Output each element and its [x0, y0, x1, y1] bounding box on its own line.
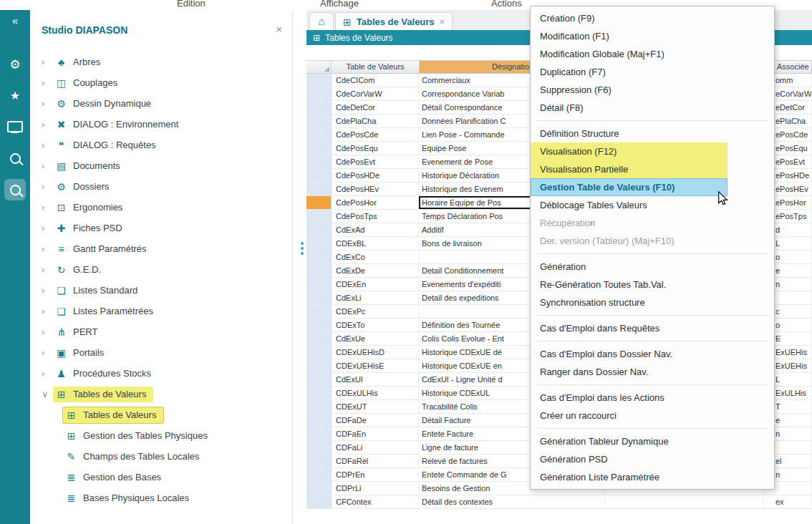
screens-monitor-icon[interactable]	[0, 121, 30, 132]
context-menu-item[interactable]: Créer un raccourci	[531, 407, 774, 424]
sidebar-item-gantt-parametres[interactable]: ›≡Gantt Paramétrés	[30, 238, 292, 259]
chevron-right-icon[interactable]: ›	[42, 368, 53, 379]
chevron-right-icon[interactable]: ›	[42, 77, 53, 88]
row-gutter-cell[interactable]	[306, 210, 332, 223]
context-menu-item[interactable]: Cas d'Emploi dans les Actions	[531, 389, 774, 407]
cell-table-name[interactable]: CdePosEqu	[332, 142, 419, 155]
row-gutter-cell[interactable]	[306, 101, 332, 114]
chevron-right-icon[interactable]: ›	[42, 243, 53, 254]
sidebar-item-pert[interactable]: ›⋔PERT	[30, 321, 292, 342]
cell-table-name[interactable]: CdePosEvt	[332, 155, 419, 168]
context-menu-item[interactable]: Déblocage Tables Valeurs	[531, 196, 774, 214]
row-gutter-cell[interactable]	[306, 455, 332, 467]
cell-table-name[interactable]: CDPrEn	[332, 468, 419, 481]
cell-table-name[interactable]: CdExAd	[332, 223, 419, 236]
context-menu-item[interactable]: Re-Génération Toutes Tab.Val.	[531, 276, 774, 293]
row-gutter-cell[interactable]	[306, 264, 332, 277]
favorites-star-icon[interactable]: ★	[0, 89, 30, 102]
context-menu-item[interactable]: Gestion Table de Valeurs (F10)	[531, 178, 774, 196]
row-gutter-cell[interactable]	[306, 482, 332, 495]
chevron-right-icon[interactable]: ›	[42, 181, 53, 192]
sidebar-item-listes-parametrees[interactable]: ›❏Listes Paramétrées	[30, 301, 292, 321]
chevron-right-icon[interactable]: ›	[42, 285, 53, 296]
context-menu-item[interactable]: Der. version (Tableur) (Maj+F10)	[531, 232, 774, 250]
context-menu-item[interactable]: Création (F9)	[531, 9, 774, 27]
row-gutter-cell[interactable]	[306, 387, 332, 399]
cell-table-name[interactable]: CDExUT	[332, 400, 419, 413]
row-gutter-cell[interactable]	[306, 291, 332, 304]
context-menu-item[interactable]	[537, 120, 768, 121]
sidebar-subitem-champs-tables-locales[interactable]: ✎Champs des Tables Locales	[30, 446, 292, 467]
row-gutter-cell[interactable]	[306, 359, 332, 372]
cell-table-name[interactable]: CdePlaCha	[332, 115, 419, 127]
grid-corner-cell[interactable]	[306, 61, 332, 73]
row-gutter-cell[interactable]	[306, 319, 332, 331]
chevron-right-icon[interactable]: ›	[42, 326, 53, 337]
cell-table-name[interactable]: CDFaDe	[332, 414, 419, 427]
cell-table-name[interactable]: CdePosHEv	[332, 183, 419, 195]
row-gutter-cell[interactable]	[306, 468, 332, 481]
table-row[interactable]: CFContex Détail des contextes ex	[306, 495, 812, 509]
column-header-table-de-valeurs[interactable]: Table de Valeurs	[332, 61, 420, 73]
context-menu-item[interactable]	[537, 315, 768, 316]
sidebar-item-procedures-stocks[interactable]: ›♟Procédures Stocks	[30, 363, 292, 384]
sidebar-item-dessin-dynamique[interactable]: ›⚙Dessin Dynamique	[30, 93, 292, 114]
menu-edition[interactable]: Edition	[177, 0, 206, 9]
chevron-right-icon[interactable]: ›	[42, 119, 53, 130]
row-gutter-cell[interactable]	[306, 427, 332, 440]
sidebar-subitem-gestion-tables-physiques[interactable]: ⊞Gestion des Tables Physiques	[30, 425, 292, 446]
row-gutter-cell[interactable]	[306, 305, 332, 318]
context-menu-item[interactable]: Visualisation Partielle	[531, 160, 774, 178]
sidebar-item-couplages[interactable]: ›◫Couplages	[30, 72, 292, 93]
sidebar-subitem-tables-de-valeurs[interactable]: ⊞Tables de Valeurs	[30, 404, 292, 425]
cell-table-name[interactable]: CDFaRel	[332, 455, 419, 467]
chevron-right-icon[interactable]: ›	[42, 57, 53, 67]
cell-table-name[interactable]: CdeDetCor	[332, 101, 419, 114]
sidebar-subitem-bases-physiques-locales[interactable]: ≣Bases Physiques Locales	[30, 487, 292, 508]
sidebar-item-documents[interactable]: ›▤Documents	[30, 155, 292, 176]
cell-table-name[interactable]: CDExUEHisE	[332, 359, 419, 372]
cell-table-name[interactable]: CdePosTps	[332, 210, 419, 223]
context-menu-item[interactable]: Cas d'Emploi dans Requêtes	[531, 319, 774, 337]
sidebar-item-portails[interactable]: ›▣Portails	[30, 342, 292, 363]
sidebar-item-arbres[interactable]: ›♣Arbres	[30, 52, 292, 72]
home-tab[interactable]: ⌂	[309, 12, 334, 31]
row-gutter-cell[interactable]	[306, 128, 332, 141]
context-menu-item[interactable]	[537, 341, 768, 341]
context-menu-item[interactable]	[537, 253, 768, 254]
cell-table-name[interactable]: CDFaEn	[332, 427, 419, 440]
cell-table-name[interactable]: CdExDe	[332, 264, 419, 277]
context-menu-item[interactable]: Récupération ›	[531, 214, 774, 232]
cell-table-name[interactable]: CDExEn	[332, 278, 419, 291]
chevron-right-icon[interactable]: ›	[42, 223, 53, 233]
chevron-right-icon[interactable]: ›	[42, 202, 53, 213]
context-menu-item[interactable]	[537, 428, 768, 429]
context-menu-item[interactable]: Visualisation (F12)	[531, 142, 774, 160]
row-gutter-cell[interactable]	[306, 155, 332, 168]
cell-table-name[interactable]: CDPrLi	[332, 482, 419, 495]
sidebar-item-listes-standard[interactable]: ›❏Listes Standard	[30, 280, 292, 301]
chevron-right-icon[interactable]: ›	[42, 140, 53, 150]
cell-table-name[interactable]: CdePosHDe	[332, 169, 419, 182]
collapse-sidebar-icon[interactable]: «	[0, 14, 30, 26]
chevron-right-icon[interactable]: ›	[42, 306, 53, 316]
context-menu-item[interactable]: Suppression (F6)	[531, 81, 774, 99]
row-gutter-cell[interactable]	[306, 115, 332, 127]
chevron-right-icon[interactable]: ›	[42, 264, 53, 275]
cell-table-name[interactable]: CdePosHor	[332, 196, 419, 209]
cell-hidden[interactable]	[605, 495, 763, 508]
context-menu-item[interactable]: Détail (F8)	[531, 99, 774, 117]
cell-associee[interactable]: ex	[763, 495, 812, 508]
row-gutter-cell[interactable]	[306, 495, 332, 508]
context-menu-item[interactable]: Génération Liste Paramétrée	[531, 468, 774, 486]
cell-table-name[interactable]: CDExUEHisD	[332, 346, 419, 359]
chevron-down-icon[interactable]: ∨	[42, 389, 53, 399]
sidebar-item-fiches-psd[interactable]: ›✚Fiches PSD	[30, 218, 292, 238]
cell-table-name[interactable]: CdExCo	[332, 251, 419, 263]
tab-close-icon[interactable]: ×	[440, 16, 445, 27]
tab-tables-de-valeurs[interactable]: ⊞ Tables de Valeurs ×	[335, 12, 453, 31]
cell-table-name[interactable]: CDFaLi	[332, 441, 419, 454]
context-menu-item[interactable]: Synchronisation structure	[531, 293, 774, 311]
cell-table-name[interactable]: CDExBL	[332, 237, 419, 250]
chevron-right-icon[interactable]: ›	[42, 160, 53, 171]
